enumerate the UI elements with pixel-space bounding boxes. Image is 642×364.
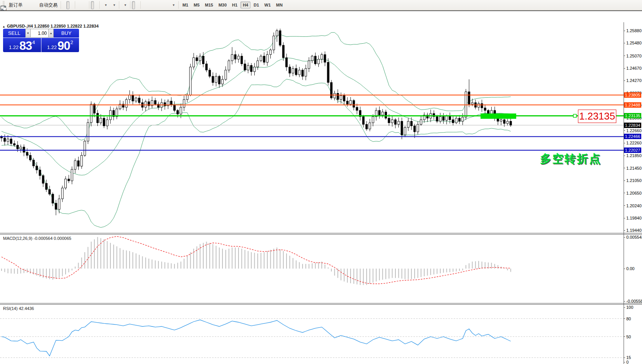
macd-panel-canvas[interactable] xyxy=(0,234,624,303)
timeframe-m30-button[interactable]: M30 xyxy=(216,2,229,8)
price-callout-box[interactable]: 1.23135 xyxy=(578,110,616,123)
charts-button[interactable] xyxy=(29,1,32,9)
bullish-candle xyxy=(215,76,217,82)
price-tick-label: 1.20650 xyxy=(626,191,642,195)
highlight-zone-rect[interactable] xyxy=(481,113,516,119)
price-tick-dash xyxy=(624,56,625,56)
styler-button[interactable] xyxy=(25,1,28,9)
vertical-line-button[interactable] xyxy=(142,1,145,9)
bullish-candle xyxy=(65,179,67,188)
price-tick-label: 1.24670 xyxy=(626,66,642,71)
price-tick-label: 1.22660 xyxy=(626,128,642,133)
tile-windows-button[interactable] xyxy=(84,1,87,9)
text-label-button[interactable]: T xyxy=(165,1,168,9)
bullish-candle xyxy=(135,98,137,101)
autotrading-button-label: 自动交易 xyxy=(39,2,58,8)
bearish-candle xyxy=(212,76,214,82)
chat-button[interactable] xyxy=(637,1,640,9)
bullish-candle xyxy=(455,118,457,123)
chart-shift-button[interactable] xyxy=(95,1,98,9)
text-button[interactable]: A xyxy=(161,1,165,9)
bullish-candle xyxy=(311,56,313,61)
cursor-button[interactable] xyxy=(132,1,135,9)
timeframe-d1-button[interactable]: D1 xyxy=(251,2,261,8)
toolbar-right-icons xyxy=(633,1,640,9)
volume-up-button[interactable]: ▲ xyxy=(48,29,54,38)
timeframe-m15-button[interactable]: M15 xyxy=(202,2,215,8)
bullish-candle xyxy=(90,104,92,123)
price-chart-canvas[interactable] xyxy=(0,22,624,233)
trendline-button[interactable] xyxy=(150,1,153,9)
bearish-candle xyxy=(314,56,316,64)
indicators-button[interactable]: ▼ xyxy=(121,1,128,9)
new-order-button[interactable]: 新订单 xyxy=(6,1,24,9)
support-marker-1: 1.22466 xyxy=(624,134,641,139)
price-tick-label: 1.24270 xyxy=(626,78,642,83)
signals-button[interactable] xyxy=(33,1,36,9)
profiles-button[interactable]: ▼ xyxy=(110,1,117,9)
zoom-out-button[interactable] xyxy=(81,1,84,9)
auto-scroll-button[interactable] xyxy=(91,1,94,9)
bearish-candle xyxy=(468,92,470,104)
crosshair-button[interactable] xyxy=(136,1,139,9)
timeframe-m5-button[interactable]: M5 xyxy=(191,2,202,8)
panel-splitter[interactable] xyxy=(0,303,642,305)
rsi-axis-label: 80 xyxy=(626,316,631,321)
timeframe-m1-button[interactable]: M1 xyxy=(180,2,191,8)
chevron-down-icon[interactable]: ▼ xyxy=(124,3,127,7)
bullish-candle xyxy=(276,31,278,36)
panel-splitter[interactable] xyxy=(0,233,642,234)
bearish-candle xyxy=(250,66,252,72)
bearish-candle xyxy=(436,116,438,121)
line-chart-button[interactable] xyxy=(70,1,73,9)
bullish-candle xyxy=(81,156,82,166)
bar-chart-button[interactable] xyxy=(63,1,66,9)
price-tick-dash xyxy=(624,156,625,156)
bullish-candle xyxy=(222,79,224,84)
shapes-button[interactable]: ▼ xyxy=(169,1,177,9)
bearish-candle xyxy=(196,58,198,61)
rsi-panel-canvas[interactable] xyxy=(0,305,624,364)
autotrading-button[interactable]: 自动交易 xyxy=(36,1,59,9)
search-button[interactable] xyxy=(633,1,636,9)
bearish-candle xyxy=(346,101,348,104)
bullish-candle xyxy=(87,123,89,141)
price-tick-label: 1.22260 xyxy=(626,141,642,145)
sell-button[interactable]: SELL xyxy=(3,29,25,38)
sell-price[interactable]: 1.22 83 4 xyxy=(3,38,41,52)
fibonacci-button[interactable]: F xyxy=(158,1,161,9)
price-tick-label: 1.19840 xyxy=(626,216,642,220)
buy-button[interactable]: BUY xyxy=(54,29,79,38)
chevron-down-icon[interactable]: ▼ xyxy=(113,3,116,7)
bullish-candle xyxy=(308,61,310,69)
zoom-in-button[interactable] xyxy=(77,1,80,9)
channel-button[interactable]: E xyxy=(154,1,157,9)
horizontal-line-button[interactable] xyxy=(146,1,149,9)
new-chart-button[interactable]: ▼ xyxy=(101,1,109,9)
bearish-candle xyxy=(26,152,28,155)
bearish-candle xyxy=(45,183,47,189)
collapse-arrow-icon[interactable]: ▲ xyxy=(2,25,5,28)
sell-price-prefix: 1.22 xyxy=(9,44,18,50)
chevron-down-icon[interactable]: ▼ xyxy=(172,3,175,7)
callout-anchor-handle[interactable] xyxy=(573,114,576,117)
price-axis[interactable]: 1.258801.254801.250701.246701.242701.238… xyxy=(624,22,642,364)
bearish-candle xyxy=(324,54,326,62)
chart-annotation-text[interactable]: 多空转折点 xyxy=(540,151,601,167)
timeframe-w1-button[interactable]: W1 xyxy=(262,2,273,8)
rsi-line xyxy=(2,320,511,356)
chevron-down-icon[interactable]: ▼ xyxy=(104,3,107,7)
timeframe-h4-button[interactable]: H4 xyxy=(240,2,250,8)
volume-input[interactable]: 1.00 xyxy=(31,29,48,38)
candlestick-button[interactable] xyxy=(66,1,69,9)
volume-down-button[interactable]: ▼ xyxy=(25,29,31,38)
timeframe-h1-button[interactable]: H1 xyxy=(230,2,240,8)
buy-price[interactable]: 1.22 90 2 xyxy=(41,38,79,52)
bearish-candle xyxy=(365,125,367,129)
bearish-candle xyxy=(289,67,291,73)
price-tick-label: 1.21850 xyxy=(626,153,642,158)
price-tick-dash xyxy=(624,193,625,193)
bullish-candle xyxy=(183,100,185,107)
bearish-candle xyxy=(241,56,243,64)
timeframe-mn-button[interactable]: MN xyxy=(274,2,285,8)
